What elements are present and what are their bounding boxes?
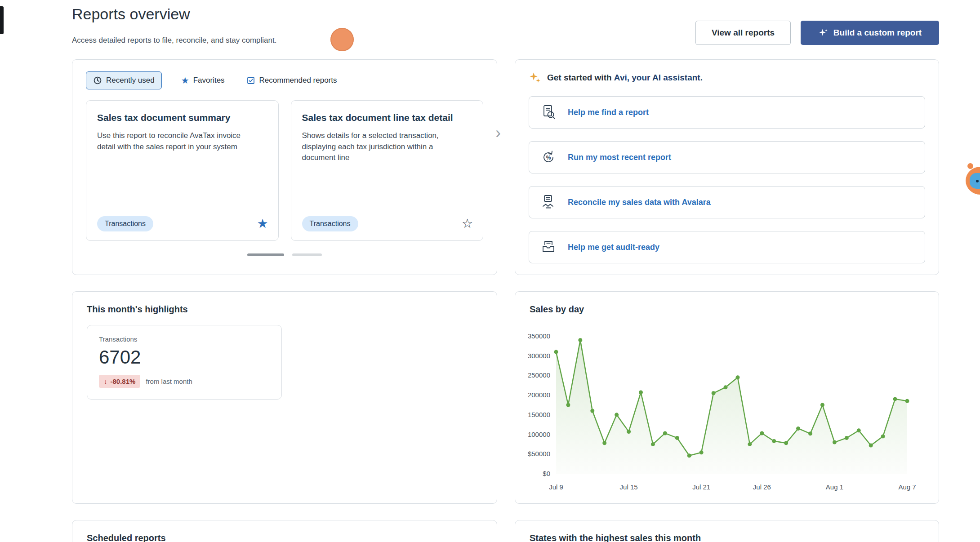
report-card-sales-tax-document-summary[interactable]: Sales tax document summary Use this repo… [86, 100, 279, 241]
avi-header-prefix: Get started with [547, 73, 612, 82]
tab-favorites[interactable]: ★ Favorites [179, 71, 227, 89]
robot-face [970, 173, 980, 189]
avi-action-audit-ready[interactable]: Help me get audit-ready [529, 231, 925, 263]
avi-assistant-panel: Get started with Avi, your AI assistant.… [515, 59, 939, 275]
svg-text:350000: 350000 [528, 332, 550, 340]
avi-action-reconcile-sales-data[interactable]: Reconcile my sales data with Avalara [529, 186, 925, 218]
svg-text:300000: 300000 [528, 352, 550, 360]
window-edge-artifact [0, 6, 4, 34]
reconcile-handshake-icon [540, 194, 557, 211]
report-card-description: Use this report to reconcile AvaTax invo… [97, 130, 267, 152]
report-card-title: Sales tax document line tax detail [302, 112, 472, 123]
sparkle-icon [818, 28, 828, 38]
svg-text:$50000: $50000 [528, 450, 550, 458]
sales-by-day-panel: Sales by day $0$500001000001500002000002… [515, 291, 939, 504]
svg-text:Jul 26: Jul 26 [753, 483, 771, 491]
carousel-pagination [86, 253, 483, 256]
avi-assistant-launcher[interactable] [966, 164, 980, 197]
transactions-metric-card[interactable]: Transactions 6702 ↓ -80.81% from last mo… [87, 325, 282, 400]
reports-overview-page: Reports overview Access detailed reports… [0, 0, 980, 542]
view-all-reports-button[interactable]: View all reports [695, 21, 791, 45]
audit-tray-icon [540, 239, 557, 256]
metric-change-row: ↓ -80.81% from last month [99, 375, 270, 388]
svg-text:150000: 150000 [528, 411, 550, 418]
carousel-page-2[interactable] [292, 253, 322, 256]
sales-by-day-title: Sales by day [530, 304, 924, 315]
robot-ear [967, 163, 973, 169]
svg-text:250000: 250000 [528, 371, 550, 379]
tab-recommended-reports[interactable]: Recommended reports [244, 71, 339, 89]
build-custom-report-button[interactable]: Build a custom report [801, 21, 939, 45]
negative-change-badge: ↓ -80.81% [99, 375, 140, 388]
report-search-icon [540, 104, 557, 121]
avi-action-label: Run my most recent report [568, 153, 671, 162]
ai-sparkle-icon [529, 71, 541, 84]
avi-action-find-report[interactable]: Help me find a report [529, 96, 925, 129]
tag-transactions: Transactions [302, 216, 358, 231]
metric-value: 6702 [99, 347, 270, 368]
tab-label: Recently used [106, 76, 155, 85]
svg-text:$0: $0 [543, 470, 550, 477]
reports-tab-bar: Recently used ★ Favorites Recommended re… [86, 71, 483, 89]
chevron-right-icon[interactable]: › [495, 124, 501, 142]
recent-reports-panel: Recently used ★ Favorites Recommended re… [72, 59, 497, 275]
carousel-page-1[interactable] [247, 253, 284, 256]
avi-action-label: Reconcile my sales data with Avalara [568, 198, 711, 207]
tab-label: Recommended reports [259, 76, 337, 85]
svg-text:Aug 7: Aug 7 [898, 483, 916, 491]
svg-text:%: % [546, 155, 551, 161]
star-icon: ★ [181, 76, 189, 85]
highlights-title: This month's highlights [87, 304, 482, 315]
avi-action-run-recent-report[interactable]: % Run my most recent report [529, 141, 925, 173]
refresh-percent-icon: % [540, 149, 557, 166]
monthly-highlights-panel: This month's highlights Transactions 670… [72, 291, 497, 504]
svg-text:Jul 21: Jul 21 [692, 483, 710, 491]
page-title: Reports overview [72, 5, 190, 23]
report-card-title: Sales tax document summary [97, 112, 267, 123]
svg-text:200000: 200000 [528, 391, 550, 399]
tab-recently-used[interactable]: Recently used [86, 71, 162, 89]
tag-transactions: Transactions [97, 216, 153, 231]
checklist-icon [246, 76, 255, 85]
metric-label: Transactions [99, 335, 270, 343]
report-card-list: Sales tax document summary Use this repo… [86, 100, 483, 241]
report-card-description: Shows details for a selected transaction… [302, 130, 472, 164]
arrow-down-icon: ↓ [104, 378, 107, 385]
svg-text:100000: 100000 [528, 431, 550, 438]
tab-label: Favorites [193, 76, 225, 85]
scheduled-reports-panel: Scheduled reports [72, 520, 497, 542]
build-custom-report-label: Build a custom report [833, 28, 922, 38]
favorite-star-outline-icon[interactable]: ☆ [462, 218, 473, 230]
svg-text:Aug 1: Aug 1 [826, 483, 843, 491]
scheduled-reports-title: Scheduled reports [87, 533, 482, 542]
svg-text:Jul 9: Jul 9 [549, 483, 563, 491]
page-subtitle: Access detailed reports to file, reconci… [72, 36, 276, 45]
click-indicator [330, 28, 354, 51]
avi-header-emphasis: Avi, your AI assistant. [614, 73, 703, 82]
robot-mascot-icon [966, 167, 980, 195]
states-highest-sales-title: States with the highest sales this month [530, 533, 924, 542]
avi-panel-header: Get started with Avi, your AI assistant. [529, 71, 925, 84]
svg-text:Jul 15: Jul 15 [620, 483, 638, 491]
avi-action-list: Help me find a report % Run my most rece… [529, 96, 925, 263]
avi-action-label: Help me find a report [568, 108, 649, 117]
report-card-sales-tax-document-line-tax-detail[interactable]: Sales tax document line tax detail Shows… [291, 100, 484, 241]
favorite-star-filled-icon[interactable]: ★ [257, 218, 268, 230]
report-card-footer: Transactions ★ [97, 216, 268, 231]
states-highest-sales-panel: States with the highest sales this month [515, 520, 939, 542]
change-percentage: -80.81% [111, 378, 136, 385]
report-card-footer: Transactions ☆ [302, 216, 473, 231]
sales-by-day-chart: $0$5000010000015000020000025000030000035… [524, 327, 933, 502]
robot-eye [976, 180, 979, 182]
clock-icon [93, 76, 102, 85]
change-suffix: from last month [146, 378, 192, 385]
avi-action-label: Help me get audit-ready [568, 243, 659, 252]
sales-line-chart: $0$5000010000015000020000025000030000035… [524, 327, 933, 502]
